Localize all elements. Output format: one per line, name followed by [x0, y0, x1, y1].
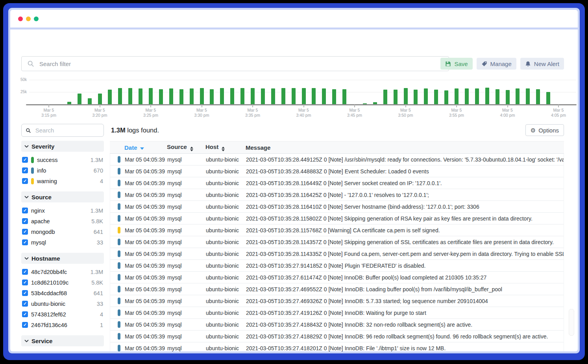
histogram-bar[interactable] — [210, 89, 214, 104]
histogram-bar[interactable] — [149, 88, 153, 104]
checkbox-checked[interactable]: ✓ — [22, 322, 28, 328]
log-row[interactable]: Mar 05 04:05:39mysqlubuntu-bionic2021-03… — [110, 189, 564, 201]
zoom-button[interactable] — [34, 17, 39, 21]
histogram-bar[interactable] — [332, 89, 336, 104]
new-alert-button[interactable]: New Alert — [520, 58, 564, 70]
checkbox-checked[interactable]: ✓ — [22, 301, 28, 307]
search-filter-input[interactable] — [39, 60, 443, 68]
histogram-bar[interactable] — [414, 90, 418, 104]
column-header-date[interactable]: Date — [124, 144, 167, 151]
histogram-bar[interactable] — [169, 88, 173, 104]
histogram-bar[interactable] — [322, 88, 326, 104]
log-row[interactable]: Mar 05 04:05:39mysqlubuntu-bionic2021-03… — [110, 248, 564, 260]
log-row[interactable]: Mar 05 04:05:39mysqlubuntu-bionic2021-03… — [110, 283, 564, 295]
histogram-bar[interactable] — [342, 89, 346, 104]
histogram-bar[interactable] — [516, 88, 520, 104]
log-row[interactable]: Mar 05 04:05:39mysqlubuntu-bionic2021-03… — [110, 213, 564, 224]
vertical-scrollbar[interactable] — [569, 309, 574, 336]
checkbox-checked[interactable]: ✓ — [22, 208, 28, 213]
histogram-bar[interactable] — [292, 88, 296, 104]
checkbox-checked[interactable]: ✓ — [22, 290, 28, 296]
histogram-bar[interactable] — [465, 88, 469, 104]
filter-section-header-source[interactable]: Source — [21, 191, 104, 202]
checkbox-checked[interactable]: ✓ — [22, 229, 28, 235]
filter-item: ✓success1.3M — [22, 154, 103, 165]
histogram-bar[interactable] — [179, 89, 183, 104]
histogram-bar[interactable] — [444, 90, 448, 104]
log-row[interactable]: Mar 05 04:05:39mysqlubuntu-bionic2021-03… — [110, 307, 564, 319]
checkbox-checked[interactable]: ✓ — [22, 239, 28, 245]
histogram-bar[interactable] — [363, 103, 367, 104]
histogram-bar[interactable] — [526, 88, 530, 104]
log-row[interactable]: Mar 05 04:05:39mysqlubuntu-bionic2021-03… — [110, 331, 564, 342]
histogram-bar[interactable] — [108, 90, 112, 104]
histogram-bar[interactable] — [220, 88, 224, 104]
sidebar-search-input[interactable] — [35, 127, 100, 134]
log-host: ubuntu-bionic — [206, 274, 246, 281]
filter-section-header-service[interactable]: Service — [21, 335, 104, 346]
histogram-bar[interactable] — [383, 90, 387, 104]
histogram-bar[interactable] — [485, 88, 489, 104]
filter-section-header-severity[interactable]: Severity — [21, 141, 104, 152]
histogram-bar[interactable] — [424, 88, 428, 104]
histogram-bar[interactable] — [434, 90, 438, 104]
checkbox-checked[interactable]: ✓ — [22, 167, 28, 173]
histogram-bar[interactable] — [200, 88, 204, 104]
log-row[interactable]: Mar 05 04:05:39mysqlubuntu-bionic2021-03… — [110, 272, 564, 283]
search-icon — [27, 60, 34, 67]
log-row[interactable]: Mar 05 04:05:39mysqlubuntu-bionic2021-03… — [110, 177, 564, 189]
log-row[interactable]: Mar 05 04:05:39mysqlubuntu-bionic2021-03… — [110, 319, 564, 331]
histogram-bar[interactable] — [455, 88, 459, 104]
checkbox-checked[interactable]: ✓ — [22, 178, 28, 184]
histogram-bar[interactable] — [475, 88, 479, 104]
log-row[interactable]: Mar 05 04:05:39mysqlubuntu-bionic2021-03… — [110, 295, 564, 307]
histogram-bar[interactable] — [271, 88, 275, 104]
close-button[interactable] — [18, 17, 23, 21]
histogram-bar[interactable] — [506, 90, 510, 104]
log-row[interactable]: Mar 05 04:05:39mysqlubuntu-bionic2021-03… — [110, 201, 564, 213]
filter-section-header-hostname[interactable]: Hostname — [21, 253, 104, 264]
sidebar-search-box[interactable] — [21, 124, 104, 137]
histogram-bar[interactable] — [404, 88, 408, 104]
histogram-bar[interactable] — [302, 88, 306, 104]
histogram-bar[interactable] — [67, 102, 71, 104]
column-header-host[interactable]: Host — [205, 143, 246, 151]
histogram-bar[interactable] — [240, 88, 244, 104]
histogram-bar[interactable] — [394, 90, 398, 104]
options-button[interactable]: ⚙ Options — [525, 124, 564, 136]
save-button[interactable]: Save — [440, 58, 472, 70]
histogram-bar[interactable] — [281, 88, 285, 104]
histogram-bar[interactable] — [190, 88, 194, 104]
checkbox-checked[interactable]: ✓ — [22, 279, 28, 285]
histogram-bar[interactable] — [78, 94, 81, 104]
checkbox-checked[interactable]: ✓ — [22, 269, 28, 275]
checkbox-checked[interactable]: ✓ — [22, 157, 28, 163]
histogram-bar[interactable] — [373, 102, 377, 104]
histogram-bar[interactable] — [261, 88, 265, 104]
histogram-bar[interactable] — [496, 89, 499, 104]
log-row[interactable]: Mar 05 04:05:39mysqlubuntu-bionic2021-03… — [110, 342, 564, 351]
checkbox-checked[interactable]: ✓ — [22, 218, 28, 224]
histogram-bar[interactable] — [536, 89, 540, 104]
histogram-bar[interactable] — [230, 88, 234, 104]
log-row[interactable]: Mar 05 04:05:39mysqlubuntu-bionic2021-03… — [110, 154, 564, 165]
log-row[interactable]: Mar 05 04:05:39mysqlubuntu-bionic2021-03… — [110, 165, 564, 177]
minimize-button[interactable] — [26, 17, 31, 21]
histogram-bar[interactable] — [98, 94, 102, 104]
search-filter-box[interactable] — [21, 56, 449, 71]
histogram-bar[interactable] — [139, 88, 142, 104]
column-header-source[interactable]: Source — [167, 143, 205, 151]
histogram-bar[interactable] — [251, 88, 255, 104]
manage-button[interactable]: Manage — [477, 58, 516, 70]
histogram-bar[interactable] — [118, 88, 122, 104]
histogram-bar[interactable] — [312, 88, 316, 104]
histogram-bar[interactable] — [88, 98, 92, 104]
checkbox-checked[interactable]: ✓ — [22, 311, 28, 317]
log-row[interactable]: Mar 05 04:05:39mysqlubuntu-bionic2021-03… — [110, 224, 564, 236]
log-row[interactable]: Mar 05 04:05:39mysqlubuntu-bionic2021-03… — [110, 236, 564, 248]
histogram-bar[interactable] — [546, 92, 550, 104]
severity-cell — [110, 274, 125, 281]
log-row[interactable]: Mar 05 04:05:39mysqlubuntu-bionic2021-03… — [110, 260, 564, 272]
histogram-bar[interactable] — [128, 88, 132, 104]
histogram-bar[interactable] — [159, 89, 163, 104]
